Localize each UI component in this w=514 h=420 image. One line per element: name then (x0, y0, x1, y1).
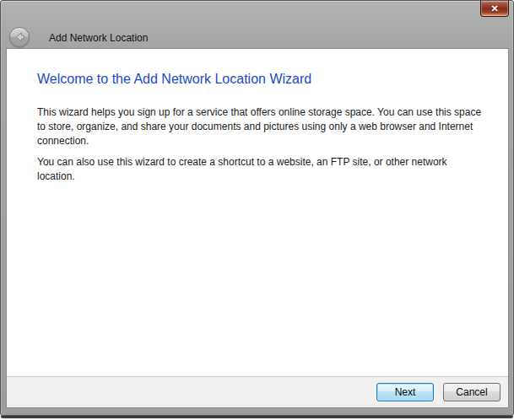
wizard-paragraph-1: This wizard helps you sign up for a serv… (37, 105, 484, 148)
cancel-button[interactable]: Cancel (443, 383, 500, 401)
wizard-footer: Next Cancel (7, 376, 508, 407)
window-title: Add Network Location (49, 32, 148, 44)
back-arrow-icon (10, 28, 29, 46)
close-icon: ✕ (481, 1, 508, 16)
back-button[interactable] (9, 27, 30, 47)
next-button[interactable]: Next (376, 383, 434, 401)
wizard-heading: Welcome to the Add Network Location Wiza… (37, 71, 484, 88)
wizard-window: ✕ Add Network Location Welcome to the Ad… (0, 0, 514, 416)
wizard-content: Welcome to the Add Network Location Wiza… (7, 49, 508, 376)
close-button[interactable]: ✕ (480, 1, 509, 17)
wizard-paragraph-2: You can also use this wizard to create a… (37, 155, 484, 184)
wizard-panel: Welcome to the Add Network Location Wiza… (6, 48, 509, 408)
